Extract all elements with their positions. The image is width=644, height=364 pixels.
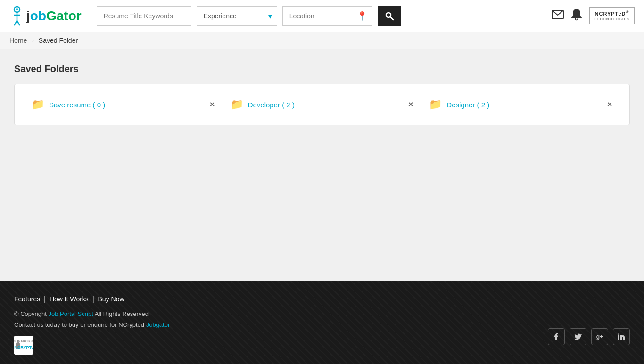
svg-text:this site is a: this site is a — [14, 339, 33, 342]
location-icon: 📍 — [357, 11, 367, 21]
breadcrumb-home[interactable]: Home — [9, 37, 27, 44]
folder-icon-developer: 📁 — [231, 98, 243, 111]
folder-close-save-resume[interactable]: ✕ — [209, 101, 215, 108]
folder-item-save-resume: 📁 Save resume ( 0 ) ✕ — [24, 94, 223, 115]
folder-close-developer[interactable]: ✕ — [408, 101, 413, 108]
logo-text: jobGator — [26, 8, 82, 24]
folder-item-developer: 📁 Developer ( 2 ) ✕ — [223, 94, 422, 115]
footer-contact-link[interactable]: Jobgator — [146, 321, 170, 328]
footer-nav-how-it-works[interactable]: How It Works — [50, 295, 89, 303]
search-input[interactable] — [97, 6, 191, 26]
footer-nav-features[interactable]: Features — [14, 295, 40, 303]
logo[interactable]: jobGator — [9, 6, 82, 26]
footer-copyright-link[interactable]: Job Portal Script — [48, 310, 93, 317]
svg-rect-15 — [618, 335, 619, 340]
facebook-icon[interactable] — [548, 328, 565, 345]
page-title: Saved Folders — [14, 64, 630, 74]
folders-grid: 📁 Save resume ( 0 ) ✕ 📁 Developer ( 2 ) … — [24, 94, 620, 115]
footer-contact: Contact us today to buy or enquire for N… — [14, 321, 630, 328]
linkedin-icon[interactable] — [613, 328, 630, 345]
ncrypted-badge: this site is a NCRYPTeD — [14, 336, 630, 355]
mail-icon[interactable] — [552, 10, 564, 22]
googleplus-icon[interactable]: g+ — [591, 328, 608, 345]
bell-icon[interactable] — [571, 8, 582, 24]
svg-point-9 — [575, 17, 578, 20]
experience-select[interactable]: Experience 1 Year 2 Years 3 Years 4 Year… — [197, 6, 277, 26]
folder-name-developer[interactable]: Developer ( 2 ) — [248, 101, 295, 109]
folder-icon-save-resume: 📁 — [32, 98, 44, 111]
main-content: Saved Folders 📁 Save resume ( 0 ) ✕ 📁 De… — [0, 49, 644, 281]
social-icons: g+ — [548, 328, 630, 345]
svg-point-16 — [618, 333, 619, 335]
svg-line-4 — [14, 21, 17, 25]
footer-nav-sep2: | — [92, 295, 94, 303]
svg-point-1 — [16, 8, 18, 10]
folder-icon-designer: 📁 — [429, 98, 442, 111]
experience-wrapper: Experience 1 Year 2 Years 3 Years 4 Year… — [197, 6, 277, 26]
ncrypted-badge-icon: this site is a NCRYPTeD — [14, 336, 33, 355]
twitter-icon[interactable] — [570, 328, 586, 345]
folder-name-save-resume[interactable]: Save resume ( 0 ) — [49, 101, 105, 109]
footer-copyright: © Copyright Job Portal Script All Rights… — [14, 310, 630, 317]
footer-nav: Features | How It Works | Buy Now — [14, 295, 630, 303]
location-wrapper: 📍 — [282, 6, 372, 26]
header: jobGator Experience 1 Year 2 Years 3 Yea… — [0, 0, 644, 32]
svg-text:NCRYPTeD: NCRYPTeD — [14, 345, 33, 350]
folder-close-designer[interactable]: ✕ — [607, 101, 612, 108]
search-button[interactable] — [378, 6, 401, 26]
logo-icon — [9, 6, 25, 26]
folders-container: 📁 Save resume ( 0 ) ✕ 📁 Developer ( 2 ) … — [14, 84, 630, 125]
footer-nav-sep1: | — [44, 295, 46, 303]
footer-nav-buy-now[interactable]: Buy Now — [98, 295, 124, 303]
breadcrumb-separator: › — [32, 37, 34, 44]
ncrypted-logo: NCRYPTeD® TECHNOLOGIES — [589, 7, 635, 24]
header-icons: NCRYPTeD® TECHNOLOGIES — [552, 7, 635, 24]
breadcrumb: Home › Saved Folder — [0, 32, 644, 49]
search-icon — [385, 11, 394, 21]
folder-item-designer: 📁 Designer ( 2 ) ✕ — [421, 94, 620, 115]
footer: Features | How It Works | Buy Now © Copy… — [0, 281, 644, 364]
folder-name-designer[interactable]: Designer ( 2 ) — [446, 101, 489, 109]
svg-line-7 — [390, 17, 393, 20]
svg-line-5 — [17, 21, 20, 25]
breadcrumb-current: Saved Folder — [39, 37, 78, 44]
